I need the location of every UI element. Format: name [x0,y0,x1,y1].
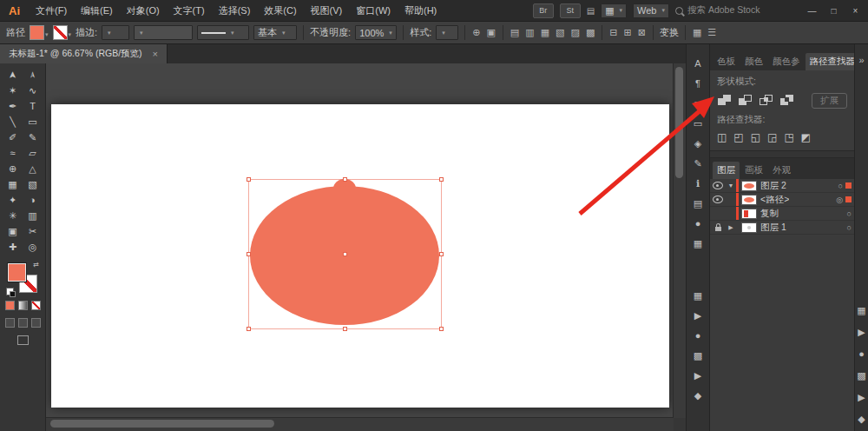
distribute-spacing-button[interactable]: ⊠ [637,27,647,38]
brush-libraries-icon[interactable]: ▶ [694,370,701,381]
type-tool[interactable]: T [23,98,43,114]
layer1-thumbnail[interactable] [741,222,757,233]
fill-swatch-tool[interactable] [8,263,26,282]
brushes-library-icon[interactable]: ▶ [858,392,865,402]
menu-help[interactable]: 帮助(H) [398,4,444,17]
blend-tool[interactable]: ◑ [23,192,43,208]
horizontal-scrollbar[interactable] [46,417,674,431]
shape-builder-tool[interactable]: ⊕ [3,161,23,176]
path-name[interactable]: <路径> [760,194,789,206]
horizontal-scroll-thumb[interactable] [50,420,274,428]
align-center-button[interactable]: ▥ [524,27,535,38]
target-circle[interactable]: ○ [847,223,852,232]
handle-bottom-center[interactable] [343,327,347,331]
menu-edit[interactable]: 编辑(E) [74,4,120,17]
layer1-name[interactable]: 图层 1 [760,222,786,234]
symbol-libraries-icon[interactable]: ◆ [694,390,701,401]
selection-tool[interactable]: ➤ [3,67,23,83]
align-bottom-button[interactable]: ▩ [585,27,595,38]
swap-fill-stroke-icon[interactable]: ⇄ [33,261,39,269]
menu-view[interactable]: 视图(V) [304,4,350,17]
collapse-panels-icon[interactable]: » [858,55,864,65]
handle-top-right[interactable] [439,177,444,182]
stroke-weight-dropdown[interactable] [102,25,129,40]
tab-close-icon[interactable]: × [153,49,158,59]
tab-color-guide[interactable]: 颜色参 [768,53,805,70]
paragraph-panel-icon[interactable]: ¶ [695,78,700,89]
handle-bottom-left[interactable] [247,327,251,331]
tab-pathfinder[interactable]: 路径查找器 [806,53,860,70]
merge-button[interactable]: ◱ [751,131,760,143]
expand-button[interactable]: 扩展 [812,93,847,109]
tab-layers[interactable]: 图层 [713,162,740,179]
layer-row-layer1[interactable]: ▶ 图层 1 ○ [710,221,854,235]
target-circle[interactable]: ◎ [836,196,843,204]
width-tool[interactable]: ≈ [3,145,23,161]
align-left-button[interactable]: ▤ [510,27,520,38]
lock-toggle[interactable] [710,224,726,231]
free-transform-tool[interactable]: ▱ [23,145,43,161]
zoom-tool[interactable]: ◎ [23,239,43,255]
symbol-sprayer-tool[interactable]: ✳ [3,208,23,223]
stock-search-input[interactable]: 搜索 Adobe Stock [675,4,795,17]
slice-tool[interactable]: ✂ [23,223,43,239]
menu-window[interactable]: 窗口(W) [349,4,398,17]
vertical-scrollbar[interactable] [673,63,686,418]
control-panel-menu-icon[interactable]: ☰ [707,27,717,38]
visibility-toggle[interactable] [710,196,726,203]
align-right-button[interactable]: ▦ [540,27,550,38]
color-button[interactable] [5,301,15,310]
target-circle[interactable]: ○ [847,209,852,218]
bridge-icon[interactable]: Br [533,3,554,18]
color-guide-icon[interactable]: ● [695,330,701,341]
magic-wand-tool[interactable]: ✶ [3,83,23,98]
transform-link[interactable]: 变换 [660,26,679,39]
perspective-grid-tool[interactable]: △ [23,161,43,176]
menu-select[interactable]: 选择(S) [212,4,258,17]
layer-name[interactable]: 图层 2 [760,180,786,192]
restore-button[interactable]: □ [823,1,845,20]
crop-button[interactable]: ◲ [767,131,777,143]
document-setup-icon[interactable]: ⊕ [471,27,481,38]
path-thumbnail[interactable] [741,195,757,205]
handle-top-center[interactable] [343,177,347,182]
handle-bottom-right[interactable] [439,327,444,331]
visibility-toggle[interactable] [710,182,726,189]
handle-middle-left[interactable] [247,252,251,256]
column-graph-tool[interactable]: ▥ [23,208,43,223]
mesh-tool[interactable]: ▦ [3,176,23,192]
tab-swatches[interactable]: 色板 [713,53,740,70]
menu-object[interactable]: 对象(O) [120,4,167,17]
minus-back-button[interactable]: ◩ [801,131,811,143]
draw-inside-button[interactable] [31,318,41,328]
intersect-button[interactable] [759,94,773,108]
stock-icon[interactable]: St [560,3,581,18]
expand-toggle[interactable]: ▶ [726,224,736,231]
pattern-library-icon[interactable]: ▩ [857,370,865,381]
arrange-documents-icon[interactable]: ▤ [587,6,595,16]
tab-color[interactable]: 颜色 [740,53,767,70]
direct-selection-tool[interactable]: ➢ [23,67,43,83]
draw-behind-button[interactable] [18,318,28,328]
layer-thumbnail[interactable] [741,181,757,191]
appearance-panel-icon[interactable]: ✎ [694,158,701,169]
layer-row-copy[interactable]: 复制 ○ [710,207,854,221]
style-dropdown[interactable] [436,25,458,40]
expand-toggle[interactable]: ▼ [726,182,736,189]
vertical-scroll-thumb[interactable] [675,67,683,178]
navigator-panel-icon[interactable]: ● [695,218,701,229]
align-top-button[interactable]: ▧ [555,27,565,38]
character-panel-icon[interactable]: A [694,58,700,69]
menu-effect[interactable]: 效果(C) [257,4,303,17]
actions-panel-icon[interactable]: ▤ [694,198,702,209]
artboards-panel-icon[interactable]: ▭ [694,118,702,129]
distribute-horizontal-button[interactable]: ⊟ [608,27,618,38]
brushes-panel-icon[interactable]: ✑ [694,98,701,109]
symbols-panel-icon[interactable]: ◈ [694,138,701,149]
minimize-button[interactable]: — [801,1,823,20]
trim-button[interactable]: ◰ [733,131,743,143]
default-colors-icon[interactable] [6,288,14,295]
gradient-button[interactable] [18,301,28,310]
layer-row-layer2[interactable]: ▼ 图层 2 ○ [710,179,854,193]
swatches-library-icon[interactable]: ▶ [858,327,865,337]
